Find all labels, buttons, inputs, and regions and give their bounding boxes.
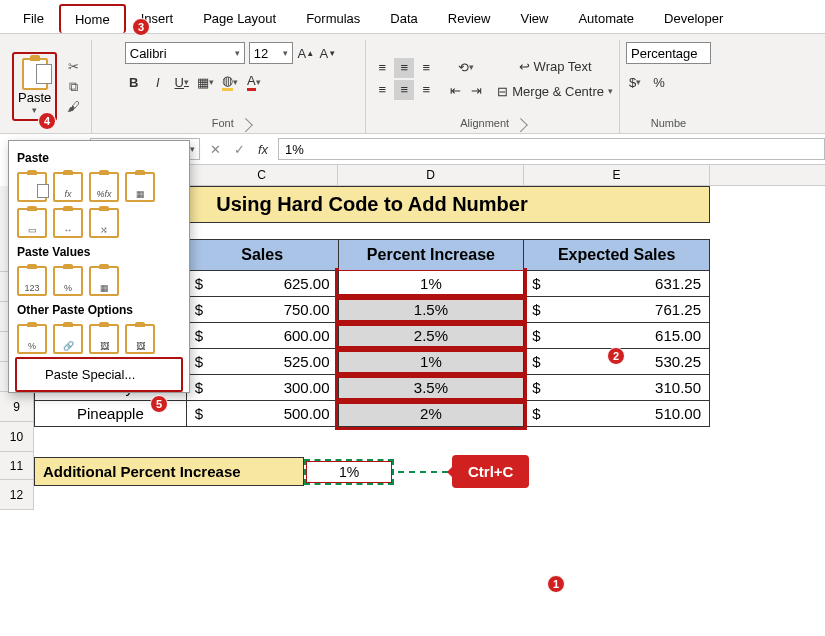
align-right-icon[interactable]: ≡ [416, 80, 436, 100]
step-badge-3: 3 [132, 18, 150, 36]
align-top-icon[interactable]: ≡ [372, 58, 392, 78]
paste-transpose-icon[interactable]: ⤭ [89, 208, 119, 238]
paste-special-menu-item[interactable]: Paste Special... [15, 357, 183, 392]
decrease-indent-icon[interactable]: ⇤ [446, 80, 464, 100]
paste-formatting-icon[interactable]: % [17, 324, 47, 354]
col-header[interactable]: D [338, 165, 524, 185]
copied-cell[interactable]: 1% [304, 459, 394, 485]
paste-values-source-icon[interactable]: ▦ [89, 266, 119, 296]
paste-all-icon[interactable] [17, 172, 47, 202]
paste-values-icon[interactable]: 123 [17, 266, 47, 296]
paste-formulas-icon[interactable]: fx [53, 172, 83, 202]
paste-formulas-number-icon[interactable]: %fx [89, 172, 119, 202]
increase-indent-icon[interactable]: ⇥ [467, 80, 485, 100]
col-header[interactable]: C [186, 165, 338, 185]
cell-expected[interactable]: $615.00 [524, 323, 710, 349]
cell-expected[interactable]: $310.50 [524, 375, 710, 401]
merge-centre-button[interactable]: ⊟ Merge & Centre ▾ [497, 81, 613, 101]
paste-label: Paste [18, 90, 51, 105]
tab-developer[interactable]: Developer [649, 4, 738, 33]
dialog-launcher-icon[interactable] [514, 118, 528, 132]
decrease-font-icon[interactable]: A▼ [319, 43, 337, 63]
tab-file[interactable]: File [8, 4, 59, 33]
bold-button[interactable]: B [125, 72, 143, 92]
underline-button[interactable]: U ▾ [173, 72, 191, 92]
font-color-button[interactable]: A▾ [245, 72, 263, 92]
chevron-down-icon[interactable]: ▾ [32, 105, 37, 115]
header-expected[interactable]: Expected Sales [524, 240, 710, 271]
cell-sales[interactable]: $750.00 [186, 297, 338, 323]
wrap-text-icon: ↩ [519, 59, 530, 74]
number-format-select[interactable]: Percentage [626, 42, 711, 64]
fx-icon[interactable]: fx [254, 139, 272, 159]
cell-percent[interactable]: 2.5% [338, 323, 524, 349]
accounting-format-button[interactable]: $▾ [626, 72, 644, 92]
orientation-icon[interactable]: ⟲▾ [446, 57, 485, 77]
alignment-grid: ≡ ≡ ≡ ≡ ≡ ≡ [372, 58, 436, 100]
chevron-down-icon: ▾ [283, 48, 288, 58]
copy-icon[interactable]: ⧉ [65, 79, 81, 95]
step-badge-5: 5 [150, 395, 168, 413]
cell-percent[interactable]: 2% [338, 401, 524, 427]
increase-font-icon[interactable]: A▲ [297, 43, 315, 63]
percent-format-button[interactable]: % [650, 72, 668, 92]
align-middle-icon[interactable]: ≡ [394, 58, 414, 78]
formula-bar: ▾ ✕ ✓ fx 1% [90, 138, 825, 160]
borders-button[interactable]: ▦ ▾ [197, 72, 215, 92]
group-label-font: Font [212, 117, 234, 129]
cell-sales[interactable]: $300.00 [186, 375, 338, 401]
paste-linked-picture-icon[interactable]: 🖼 [125, 324, 155, 354]
paste-button[interactable]: Paste ▾ [12, 52, 57, 121]
row-header[interactable]: 9 [0, 392, 33, 422]
paste-no-borders-icon[interactable]: ▭ [17, 208, 47, 238]
tab-view[interactable]: View [505, 4, 563, 33]
fill-color-button[interactable]: ◍▾ [221, 72, 239, 92]
dialog-launcher-icon[interactable] [238, 118, 252, 132]
step-badge-4: 4 [38, 112, 56, 130]
cell-sales[interactable]: $600.00 [186, 323, 338, 349]
cell-expected[interactable]: $510.00 [524, 401, 710, 427]
cell-expected[interactable]: $631.25 [524, 271, 710, 297]
row-header[interactable]: 12 [0, 480, 33, 510]
col-header[interactable]: E [524, 165, 710, 185]
header-sales[interactable]: Sales [186, 240, 338, 271]
tab-automate[interactable]: Automate [563, 4, 649, 33]
italic-button[interactable]: I [149, 72, 167, 92]
paste-keep-width-icon[interactable]: ↔ [53, 208, 83, 238]
formula-input[interactable]: 1% [278, 138, 825, 160]
wrap-text-button[interactable]: ↩ Wrap Text [497, 56, 613, 76]
paste-link-icon[interactable]: 🔗 [53, 324, 83, 354]
font-name-select[interactable]: Calibri ▾ [125, 42, 245, 64]
header-percent[interactable]: Percent Increase [338, 240, 524, 271]
row-header[interactable]: 11 [0, 452, 33, 480]
clipboard-icon [22, 58, 48, 90]
cell-percent[interactable]: 1% [338, 271, 524, 297]
tab-data[interactable]: Data [375, 4, 432, 33]
tab-review[interactable]: Review [433, 4, 506, 33]
paste-picture-icon[interactable]: 🖼 [89, 324, 119, 354]
tab-page-layout[interactable]: Page Layout [188, 4, 291, 33]
paste-keep-source-icon[interactable]: ▦ [125, 172, 155, 202]
font-size-select[interactable]: 12 ▾ [249, 42, 293, 64]
align-left-icon[interactable]: ≡ [372, 80, 392, 100]
enter-icon[interactable]: ✓ [230, 139, 248, 159]
font-name-value: Calibri [130, 46, 167, 61]
tab-formulas[interactable]: Formulas [291, 4, 375, 33]
cut-icon[interactable]: ✂ [65, 59, 81, 75]
cell-percent[interactable]: 1% [338, 349, 524, 375]
cell-sales[interactable]: $625.00 [186, 271, 338, 297]
align-bottom-icon[interactable]: ≡ [416, 58, 436, 78]
cell-sales[interactable]: $500.00 [186, 401, 338, 427]
row-header[interactable]: 10 [0, 422, 33, 452]
cell-percent[interactable]: 3.5% [338, 375, 524, 401]
formula-value: 1% [285, 142, 304, 157]
cell-sales[interactable]: $525.00 [186, 349, 338, 375]
format-painter-icon[interactable]: 🖌 [65, 99, 81, 115]
cell-expected[interactable]: $761.25 [524, 297, 710, 323]
tab-home[interactable]: Home [59, 4, 126, 33]
cell-percent[interactable]: 1.5% [338, 297, 524, 323]
cancel-icon[interactable]: ✕ [206, 139, 224, 159]
additional-percent-label[interactable]: Additional Percent Increase [34, 457, 304, 486]
align-center-icon[interactable]: ≡ [394, 80, 414, 100]
paste-values-number-icon[interactable]: % [53, 266, 83, 296]
